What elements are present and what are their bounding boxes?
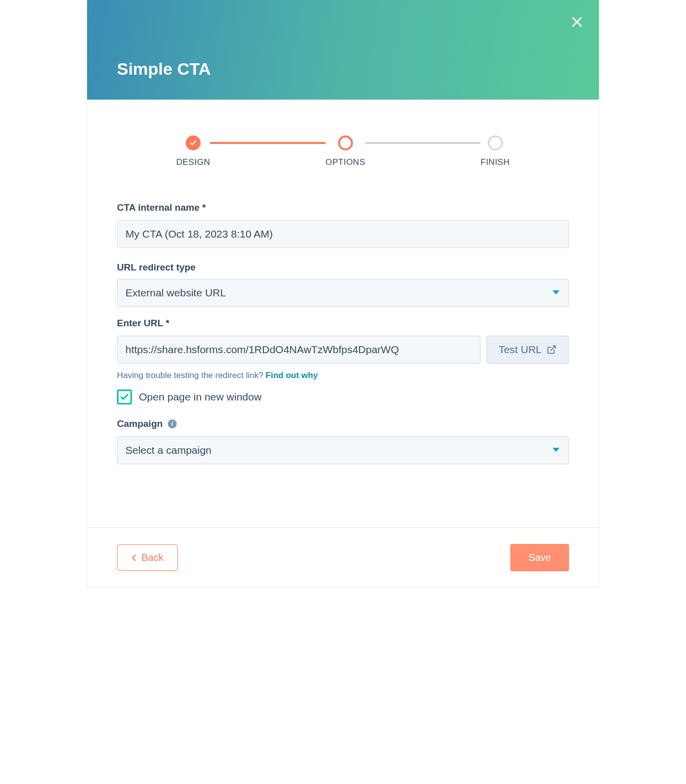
step-finish-label: FINISH [480, 157, 510, 167]
group-enter-url: Enter URL * Test URL Having trouble test… [117, 318, 569, 381]
step-connector-2 [365, 142, 481, 144]
test-url-label: Test URL [499, 344, 542, 356]
cta-name-label: CTA internal name * [117, 202, 569, 213]
open-new-window-label: Open page in new window [139, 391, 261, 403]
stepper: DESIGN OPTIONS FINISH [87, 100, 599, 187]
step-design-circle [186, 135, 201, 150]
info-icon[interactable]: i [168, 419, 177, 428]
campaign-label: Campaign [117, 418, 163, 429]
step-connector-1 [210, 142, 326, 144]
step-design[interactable]: DESIGN [176, 135, 210, 167]
open-new-window-checkbox[interactable] [117, 390, 132, 404]
campaign-select-wrap: Select a campaign [117, 436, 569, 464]
back-label: Back [141, 552, 163, 563]
open-new-window-row: Open page in new window [117, 390, 569, 404]
url-help-prefix: Having trouble testing the redirect link… [117, 371, 266, 380]
check-icon [119, 392, 129, 402]
find-out-why-link[interactable]: Find out why [266, 371, 318, 380]
enter-url-label: Enter URL * [117, 318, 569, 329]
step-options[interactable]: OPTIONS [326, 135, 365, 167]
campaign-select[interactable]: Select a campaign [117, 436, 569, 464]
group-campaign: Campaign i Select a campaign [117, 418, 569, 464]
step-design-label: DESIGN [176, 157, 210, 167]
campaign-label-row: Campaign i [117, 418, 569, 429]
modal-title: Simple CTA [117, 59, 211, 79]
back-button[interactable]: Back [117, 544, 178, 571]
chevron-left-icon [131, 554, 136, 561]
stepper-track: DESIGN OPTIONS FINISH [176, 135, 510, 167]
url-row: Test URL [117, 336, 569, 364]
check-icon [189, 139, 197, 147]
close-icon [570, 15, 584, 29]
url-input[interactable] [117, 336, 480, 364]
modal-footer: Back Save [87, 527, 599, 587]
cta-name-input[interactable] [117, 220, 569, 248]
cta-modal: Simple CTA DESIGN OPTIONS [87, 0, 599, 588]
form-content: CTA internal name * URL redirect type Ex… [87, 187, 599, 527]
step-finish-circle [488, 135, 503, 150]
url-type-select[interactable]: External website URL [117, 279, 569, 307]
group-cta-name: CTA internal name * [117, 202, 569, 248]
test-url-button[interactable]: Test URL [486, 336, 569, 364]
url-help-text: Having trouble testing the redirect link… [117, 371, 569, 381]
group-url-type: URL redirect type External website URL [117, 262, 569, 307]
close-button[interactable] [569, 14, 585, 30]
step-options-label: OPTIONS [326, 157, 365, 167]
url-type-select-wrap: External website URL [117, 279, 569, 307]
external-link-icon [547, 345, 557, 355]
step-options-circle [338, 135, 353, 150]
modal-header: Simple CTA [87, 0, 599, 100]
step-finish[interactable]: FINISH [480, 135, 510, 167]
url-type-label: URL redirect type [117, 262, 569, 273]
save-button[interactable]: Save [510, 544, 569, 571]
